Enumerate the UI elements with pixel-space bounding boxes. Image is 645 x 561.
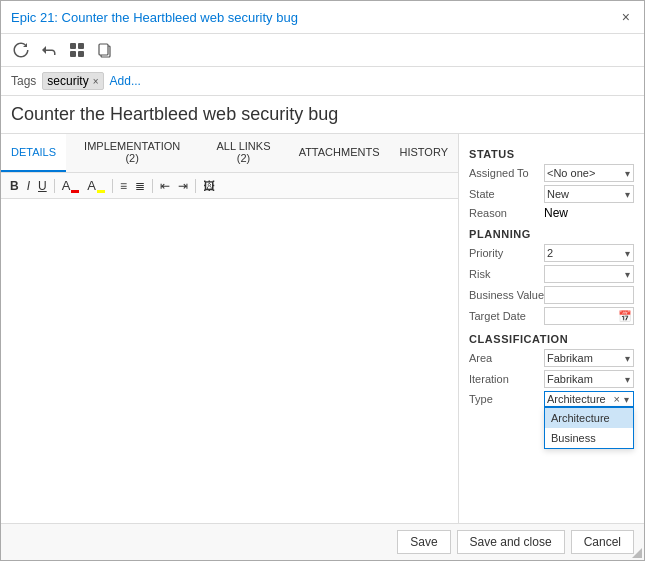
status-section-title: STATUS xyxy=(469,148,634,160)
reason-row: Reason New xyxy=(469,206,634,220)
add-tag-link[interactable]: Add... xyxy=(110,74,141,88)
reason-label: Reason xyxy=(469,207,544,219)
svg-rect-5 xyxy=(99,44,108,55)
indent-button[interactable]: ⇤ xyxy=(157,178,173,194)
iteration-select[interactable]: Fabrikam xyxy=(544,370,634,388)
refresh-icon[interactable] xyxy=(11,40,31,60)
iteration-label: Iteration xyxy=(469,373,544,385)
priority-label: Priority xyxy=(469,247,544,259)
dialog-title: Epic 21: Counter the Heartbleed web secu… xyxy=(11,10,298,25)
calendar-icon[interactable]: 📅 xyxy=(618,310,632,323)
risk-row: Risk xyxy=(469,265,634,283)
copy-icon[interactable] xyxy=(95,40,115,60)
tab-details[interactable]: DETAILS xyxy=(1,134,66,172)
priority-select[interactable]: 2 xyxy=(544,244,634,262)
editor-toolbar: B I U A A ≡ ≣ ⇤ ⇥ 🖼 xyxy=(1,173,458,199)
priority-wrapper: 2 xyxy=(544,244,634,262)
type-row: Type Architecture × ▾ Architecture Busin… xyxy=(469,391,634,407)
classification-section-title: CLASSIFICATION xyxy=(469,333,634,345)
epic-dialog: Epic 21: Counter the Heartbleed web secu… xyxy=(0,0,645,561)
cancel-button[interactable]: Cancel xyxy=(571,530,634,554)
risk-label: Risk xyxy=(469,268,544,280)
resize-handle[interactable] xyxy=(630,546,644,560)
separator-1 xyxy=(54,179,55,193)
type-dropdown-arrow[interactable]: ▾ xyxy=(622,394,631,405)
work-item-title: Counter the Heartbleed web security bug xyxy=(1,96,644,134)
unordered-list-button[interactable]: ≡ xyxy=(117,178,130,194)
tags-row: Tags security × Add... xyxy=(1,67,644,96)
type-field-wrapper: Architecture × ▾ Architecture Business xyxy=(544,391,634,407)
reason-value: New xyxy=(544,206,634,220)
tab-implementation[interactable]: IMPLEMENTATION (2) xyxy=(66,134,198,172)
outdent-button[interactable]: ⇥ xyxy=(175,178,191,194)
separator-3 xyxy=(152,179,153,193)
dropdown-option-business[interactable]: Business xyxy=(545,428,633,448)
iteration-row: Iteration Fabrikam xyxy=(469,370,634,388)
svg-rect-2 xyxy=(70,51,76,57)
priority-row: Priority 2 xyxy=(469,244,634,262)
risk-wrapper xyxy=(544,265,634,283)
area-select[interactable]: Fabrikam xyxy=(544,349,634,367)
state-label: State xyxy=(469,188,544,200)
target-date-row: Target Date 📅 xyxy=(469,307,634,325)
text-color-button[interactable]: A xyxy=(59,177,83,194)
toolbar xyxy=(1,34,644,67)
close-button[interactable]: × xyxy=(618,9,634,25)
main-area: DETAILS IMPLEMENTATION (2) ALL LINKS (2)… xyxy=(1,134,644,523)
insert-image-button[interactable]: 🖼 xyxy=(200,178,218,194)
svg-rect-0 xyxy=(70,43,76,49)
svg-rect-3 xyxy=(78,51,84,57)
assigned-to-row: Assigned To <No one> xyxy=(469,164,634,182)
iteration-wrapper: Fabrikam xyxy=(544,370,634,388)
title-bar: Epic 21: Counter the Heartbleed web secu… xyxy=(1,1,644,34)
business-value-label: Business Value xyxy=(469,289,544,301)
assigned-to-wrapper: <No one> xyxy=(544,164,634,182)
area-row: Area Fabrikam xyxy=(469,349,634,367)
svg-rect-1 xyxy=(78,43,84,49)
type-label: Type xyxy=(469,393,544,405)
business-value-row: Business Value xyxy=(469,286,634,304)
area-label: Area xyxy=(469,352,544,364)
ordered-list-button[interactable]: ≣ xyxy=(132,178,148,194)
separator-2 xyxy=(112,179,113,193)
save-close-button[interactable]: Save and close xyxy=(457,530,565,554)
tag-chip-security: security × xyxy=(42,72,103,90)
target-date-label: Target Date xyxy=(469,310,544,322)
footer: Save Save and close Cancel xyxy=(1,523,644,560)
target-date-wrapper: 📅 xyxy=(544,307,634,325)
tag-chip-remove[interactable]: × xyxy=(93,76,99,87)
save-button[interactable]: Save xyxy=(397,530,450,554)
state-row: State New xyxy=(469,185,634,203)
tab-all-links[interactable]: ALL LINKS (2) xyxy=(198,134,288,172)
left-panel: DETAILS IMPLEMENTATION (2) ALL LINKS (2)… xyxy=(1,134,459,523)
area-wrapper: Fabrikam xyxy=(544,349,634,367)
underline-button[interactable]: U xyxy=(35,178,50,194)
undo-icon[interactable] xyxy=(39,40,59,60)
risk-select[interactable] xyxy=(544,265,634,283)
business-value-input[interactable] xyxy=(544,286,634,304)
planning-section-title: PLANNING xyxy=(469,228,634,240)
type-input-row[interactable]: Architecture × ▾ xyxy=(544,391,634,407)
tag-chip-label: security xyxy=(47,74,88,88)
separator-4 xyxy=(195,179,196,193)
type-clear-button[interactable]: × xyxy=(612,393,622,405)
bold-button[interactable]: B xyxy=(7,178,22,194)
type-input-text: Architecture xyxy=(547,393,612,405)
tab-history[interactable]: HISTORY xyxy=(390,134,459,172)
state-wrapper: New xyxy=(544,185,634,203)
state-select[interactable]: New xyxy=(544,185,634,203)
highlight-button[interactable]: A xyxy=(84,177,108,194)
tags-label: Tags xyxy=(11,74,36,88)
assigned-to-label: Assigned To xyxy=(469,167,544,179)
assigned-to-select[interactable]: <No one> xyxy=(544,164,634,182)
type-dropdown: Architecture Business xyxy=(544,407,634,449)
tab-attachments[interactable]: ATTACHMENTS xyxy=(289,134,390,172)
right-panel: STATUS Assigned To <No one> State New xyxy=(459,134,644,523)
editor-area[interactable] xyxy=(1,199,458,523)
tabs: DETAILS IMPLEMENTATION (2) ALL LINKS (2)… xyxy=(1,134,458,173)
dropdown-option-architecture[interactable]: Architecture xyxy=(545,408,633,428)
italic-button[interactable]: I xyxy=(24,178,33,194)
workitem-icon[interactable] xyxy=(67,40,87,60)
